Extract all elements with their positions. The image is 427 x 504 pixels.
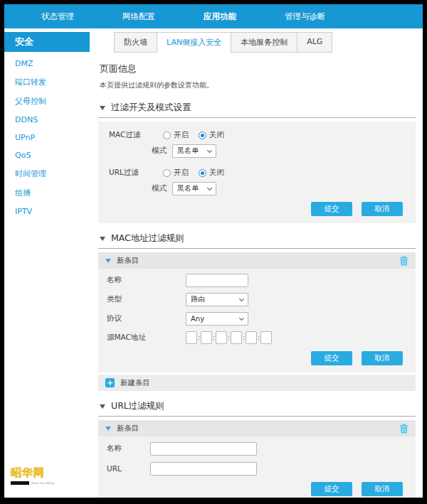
mac-octet-input-6[interactable] xyxy=(260,331,272,344)
cancel-button[interactable]: 取消 xyxy=(362,202,403,216)
radio-label: 关闭 xyxy=(209,168,224,178)
chevron-down-icon xyxy=(207,147,212,152)
url-filter-on-radio[interactable]: 开启 xyxy=(163,168,189,178)
collapse-triangle-icon xyxy=(105,259,111,263)
mac-rules-panel: 新条目 名称 类型 路由 xyxy=(98,252,416,372)
mac-separator: : xyxy=(213,334,215,341)
url-rule-url-input[interactable] xyxy=(150,462,257,476)
section-filter-switch-header[interactable]: 过滤开关及模式设置 xyxy=(100,102,416,114)
sidebar-item-upnp[interactable]: UPnP xyxy=(4,129,90,146)
page-title: 页面信息 xyxy=(100,63,416,75)
protocol-label: 协议 xyxy=(107,313,186,323)
sidebar-item-security[interactable]: 安全 xyxy=(4,32,90,52)
main-content: 防火墙 LAN侧接入安全 本地服务控制 ALG 页面信息 本页提供过滤规则的参数… xyxy=(90,32,423,498)
sidebar-item-parental-control[interactable]: 父母控制 xyxy=(4,92,90,111)
mac-filter-on-radio[interactable]: 开启 xyxy=(163,130,189,140)
entry-title: 新条目 xyxy=(117,256,139,266)
section-mac-rules-header[interactable]: MAC地址过滤规则 xyxy=(100,232,416,245)
mac-mode-label: 模式 xyxy=(152,146,167,156)
mac-filter-label: MAC过滤 xyxy=(109,130,163,140)
section-title: URL过滤规则 xyxy=(111,400,164,412)
cancel-button[interactable]: 取消 xyxy=(362,351,403,365)
submit-button[interactable]: 提交 xyxy=(311,351,352,365)
tab-bar: 防火墙 LAN侧接入安全 本地服务控制 ALG xyxy=(114,32,416,53)
mac-separator: : xyxy=(258,334,260,341)
section-divider xyxy=(98,248,416,249)
mac-separator: : xyxy=(228,334,230,341)
chevron-down-icon xyxy=(239,315,244,320)
sidebar-item-port-forwarding[interactable]: 端口转发 xyxy=(4,73,90,92)
new-entry-label: 新建条目 xyxy=(120,378,150,388)
url-entry-header[interactable]: 新条目 xyxy=(98,420,416,436)
type-select[interactable]: 路由 xyxy=(186,293,248,306)
tab-firewall[interactable]: 防火墙 xyxy=(114,32,157,53)
section-title: MAC地址过滤规则 xyxy=(111,232,184,245)
nav-status-management[interactable]: 状态管理 xyxy=(41,11,74,22)
trash-icon[interactable] xyxy=(399,424,408,434)
url-rule-name-input[interactable] xyxy=(150,442,257,456)
tab-lan-access-security[interactable]: LAN侧接入安全 xyxy=(157,32,231,53)
select-value: 黑名单 xyxy=(177,146,199,156)
sidebar-item-dmz[interactable]: DMZ xyxy=(4,55,90,73)
radio-unchecked-icon xyxy=(163,132,171,139)
url-filter-label: URL过滤 xyxy=(109,168,163,178)
sidebar-item-qos[interactable]: QoS xyxy=(4,146,90,164)
trash-icon[interactable] xyxy=(399,256,408,266)
source-mac-label: 源MAC地址 xyxy=(107,333,186,343)
name-label: 名称 xyxy=(107,444,150,454)
brand-logo: 昭华网 Zhao Hua Wang xyxy=(11,466,60,485)
radio-label: 开启 xyxy=(174,168,189,178)
type-label: 类型 xyxy=(107,294,186,304)
mac-octet-input-2[interactable] xyxy=(201,331,212,344)
mac-mode-select[interactable]: 黑名单 xyxy=(172,144,216,158)
mac-rule-name-input[interactable] xyxy=(186,274,248,287)
sidebar-item-time-management[interactable]: 时间管理 xyxy=(4,164,90,183)
mac-octet-input-1[interactable] xyxy=(186,331,197,344)
url-mode-select[interactable]: 黑名单 xyxy=(172,182,216,195)
brand-logo-text: 昭华网 xyxy=(11,466,60,480)
nav-application-features[interactable]: 应用功能 xyxy=(204,11,236,22)
sidebar: 安全 DMZ 端口转发 父母控制 DDNS UPnP QoS 时间管理 组播 I… xyxy=(4,32,90,498)
select-value: 路由 xyxy=(191,294,205,304)
radio-label: 开启 xyxy=(174,130,189,140)
mac-octet-input-3[interactable] xyxy=(216,331,227,344)
select-value: 黑名单 xyxy=(177,183,199,193)
tab-local-service-control[interactable]: 本地服务控制 xyxy=(231,32,297,53)
mac-octet-input-4[interactable] xyxy=(231,331,242,344)
entry-title: 新条目 xyxy=(117,424,139,434)
top-navigation: 状态管理 网络配置 应用功能 管理与诊断 xyxy=(4,4,423,28)
nav-network-config[interactable]: 网络配置 xyxy=(122,11,155,22)
section-url-rules-header[interactable]: URL过滤规则 xyxy=(100,400,416,412)
app-window: 状态管理 网络配置 应用功能 管理与诊断 安全 DMZ 端口转发 父母控制 DD… xyxy=(4,4,423,498)
nav-management-diagnostics[interactable]: 管理与诊断 xyxy=(285,11,326,22)
submit-button[interactable]: 提交 xyxy=(311,482,352,496)
url-rules-panel: 新条目 名称 URL 提交 取消 xyxy=(98,420,416,498)
plus-icon: + xyxy=(105,378,115,387)
submit-button[interactable]: 提交 xyxy=(311,202,352,216)
select-value: Any xyxy=(191,315,204,323)
url-filter-off-radio[interactable]: 关闭 xyxy=(199,168,224,178)
chevron-down-icon xyxy=(207,185,212,190)
collapse-triangle-icon xyxy=(105,427,111,431)
radio-label: 关闭 xyxy=(209,130,224,140)
cancel-button[interactable]: 取消 xyxy=(362,482,403,496)
radio-checked-icon xyxy=(199,132,206,139)
collapse-triangle-icon xyxy=(100,404,105,409)
tab-alg[interactable]: ALG xyxy=(297,32,332,53)
radio-unchecked-icon xyxy=(163,169,171,177)
sidebar-item-multicast[interactable]: 组播 xyxy=(4,183,90,203)
protocol-select[interactable]: Any xyxy=(186,312,248,326)
section-title: 过滤开关及模式设置 xyxy=(111,102,191,114)
collapse-triangle-icon xyxy=(100,106,105,110)
mac-entry-header[interactable]: 新条目 xyxy=(98,252,416,269)
filter-switch-panel: MAC过滤 开启 关闭 模式 黑名单 xyxy=(98,122,416,223)
mac-separator: : xyxy=(198,334,200,341)
mac-separator: : xyxy=(243,334,245,341)
mac-new-entry-button[interactable]: + 新建条目 xyxy=(98,375,416,391)
sidebar-item-iptv[interactable]: IPTV xyxy=(4,203,90,220)
sidebar-item-ddns[interactable]: DDNS xyxy=(4,111,90,129)
mac-filter-off-radio[interactable]: 关闭 xyxy=(199,130,224,140)
page-description: 本页提供过滤规则的参数设置功能。 xyxy=(100,80,416,90)
section-divider xyxy=(98,416,416,417)
mac-octet-input-5[interactable] xyxy=(246,331,257,344)
